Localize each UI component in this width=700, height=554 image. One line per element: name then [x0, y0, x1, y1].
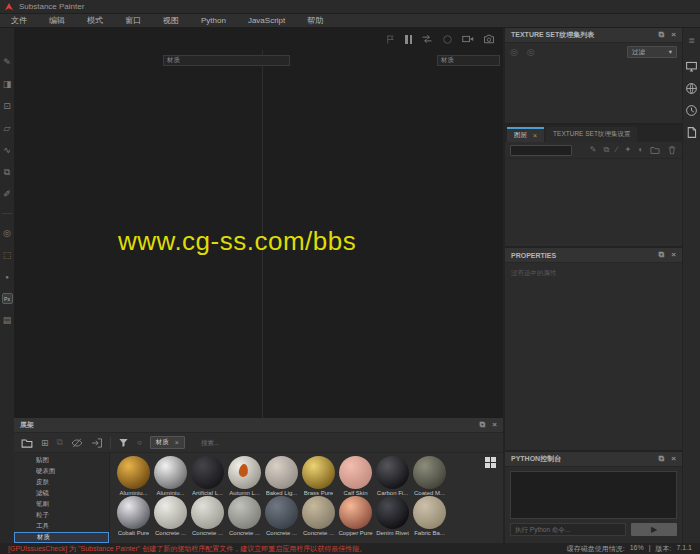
menu-item[interactable]: 视图: [152, 15, 190, 26]
shelf-category-item[interactable]: 工具: [14, 521, 109, 532]
material-item[interactable]: Concrete ...: [300, 496, 337, 536]
link-icon[interactable]: ◎: [510, 48, 518, 57]
shelf-category-item[interactable]: 笔刷: [14, 499, 109, 510]
tab-texture-set-settings[interactable]: TEXTURE SET纹理集设置: [546, 127, 637, 142]
filter-tag[interactable]: 材质 ×: [150, 436, 185, 449]
material-item[interactable]: Concrete ...: [226, 496, 263, 536]
material-item[interactable]: Aluminiu...: [115, 456, 152, 496]
material-label: Fabric Ba...: [414, 530, 445, 536]
copy-layer-icon[interactable]: ⧉: [603, 146, 609, 154]
camera-icon[interactable]: [483, 33, 495, 45]
brush-icon[interactable]: ∕: [616, 146, 617, 154]
resource-badge-icon[interactable]: ▤: [1, 314, 13, 326]
detach-panel-icon[interactable]: ⧉: [659, 31, 665, 39]
display-settings-icon[interactable]: ◎: [1, 227, 13, 239]
trash-icon[interactable]: [667, 145, 677, 155]
folder-icon[interactable]: [21, 437, 33, 449]
detach-panel-icon[interactable]: ⧉: [659, 455, 665, 463]
effect-icon[interactable]: ✦: [624, 146, 631, 154]
material-item[interactable]: Carbon Fi...: [374, 456, 411, 496]
menu-item[interactable]: 窗口: [114, 15, 152, 26]
shelf-category-item[interactable]: 材质: [14, 532, 109, 543]
material-item[interactable]: Concrete ...: [189, 496, 226, 536]
material-item[interactable]: Fabric Ba...: [411, 496, 448, 536]
detach-panel-icon[interactable]: ⧉: [659, 251, 665, 259]
menu-item[interactable]: 文件: [0, 15, 38, 26]
pause-engine-icon[interactable]: [405, 35, 412, 44]
smudge-tool[interactable]: ∿: [1, 144, 13, 156]
material-thumbnail: [228, 496, 261, 529]
environment-globe-icon[interactable]: [685, 82, 698, 95]
grid-view-icon[interactable]: [485, 457, 497, 469]
detach-panel-icon[interactable]: ⧉: [480, 421, 486, 429]
menu-item[interactable]: 帮助: [296, 15, 334, 26]
menu-item[interactable]: 模式: [76, 15, 114, 26]
title-bar: Substance Painter: [0, 0, 700, 14]
tab-layers[interactable]: 图层 ×: [507, 127, 544, 142]
polygon-fill-tool[interactable]: ▱: [1, 122, 13, 134]
view-mode-dropdown-2d[interactable]: 材质: [437, 55, 500, 66]
clone-tool[interactable]: ⧉: [1, 166, 13, 178]
remove-filter-icon[interactable]: ×: [175, 439, 179, 446]
material-item[interactable]: Concrete ...: [152, 496, 189, 536]
shelf-search-input[interactable]: [201, 439, 271, 446]
layers-tab-bar: 图层 × TEXTURE SET纹理集设置: [505, 125, 682, 142]
display-settings-icon[interactable]: [685, 60, 698, 73]
shelf-category-item[interactable]: 皮肤: [14, 477, 109, 488]
history-clock-icon[interactable]: [685, 104, 698, 117]
menu-item[interactable]: 编辑: [38, 15, 76, 26]
frame-icon[interactable]: ⬚: [1, 249, 13, 261]
close-tab-icon[interactable]: ×: [533, 132, 537, 139]
menu-item[interactable]: Python: [190, 16, 237, 25]
material-item[interactable]: Brass Pure: [300, 456, 337, 496]
material-item[interactable]: Cobalt Pure: [115, 496, 152, 536]
projection-tool[interactable]: ⊡: [1, 100, 13, 112]
texture-set-filter-dropdown[interactable]: 过滤 ▾: [627, 46, 677, 58]
pen-icon[interactable]: ✎: [590, 146, 597, 154]
menu-item[interactable]: JavaScript: [237, 16, 296, 25]
shelf-category-item[interactable]: 粒子: [14, 510, 109, 521]
panel-menu-icon[interactable]: ≣: [688, 36, 695, 45]
filter-circle-icon[interactable]: ○: [137, 438, 142, 447]
eye-off-icon[interactable]: [71, 437, 83, 449]
material-item[interactable]: Baked Lig...: [263, 456, 300, 496]
close-panel-icon[interactable]: ×: [671, 251, 676, 259]
material-item[interactable]: Aluminiu...: [152, 456, 189, 496]
material-item[interactable]: Denim Rivet: [374, 496, 411, 536]
shelf-category-item[interactable]: 贴图: [14, 455, 109, 466]
add-folder-icon[interactable]: [650, 145, 660, 155]
python-command-input[interactable]: [510, 523, 626, 536]
import-resources-icon[interactable]: [91, 437, 103, 449]
close-panel-icon[interactable]: ×: [671, 31, 676, 39]
viewport[interactable]: 材质 材质 www.cg-ss.com/bbs: [14, 28, 503, 418]
shelf-category-item[interactable]: 滤镜: [14, 488, 109, 499]
close-panel-icon[interactable]: ×: [671, 455, 676, 463]
stack-icon[interactable]: ⧉: [57, 437, 63, 448]
flag-icon[interactable]: [385, 34, 396, 45]
photoshop-export-icon[interactable]: Ps: [2, 293, 13, 304]
filter-funnel-icon[interactable]: [118, 437, 129, 448]
shelf-category-item[interactable]: 硬表面: [14, 466, 109, 477]
paint-tool[interactable]: ✎: [1, 56, 13, 68]
material-item[interactable]: Copper Pure: [337, 496, 374, 536]
log-document-icon[interactable]: [685, 126, 698, 139]
python-console-output[interactable]: [510, 471, 677, 519]
material-item[interactable]: Autumn L...: [226, 456, 263, 496]
material-item[interactable]: Coated M...: [411, 456, 448, 496]
material-sphere-icon[interactable]: [442, 34, 453, 45]
viewport-swap-icon[interactable]: [421, 33, 433, 45]
material-item[interactable]: Artificial L...: [189, 456, 226, 496]
material-item[interactable]: Concrete ...: [263, 496, 300, 536]
eraser-tool[interactable]: ◨: [1, 78, 13, 90]
add-shelf-icon[interactable]: ⊞: [41, 438, 49, 448]
material-picker-tool[interactable]: ✐: [1, 188, 13, 200]
run-python-button[interactable]: ▶: [631, 523, 677, 536]
video-camera-icon[interactable]: [462, 33, 474, 45]
material-thumbnail: [265, 496, 298, 529]
view-mode-dropdown-3d[interactable]: 材质: [163, 55, 290, 66]
layers-search-input[interactable]: [510, 145, 572, 156]
unlink-icon[interactable]: ◎: [527, 48, 535, 57]
material-item[interactable]: Calf Skin: [337, 456, 374, 496]
mask-icon[interactable]: ◐: [638, 146, 643, 154]
close-panel-icon[interactable]: ×: [492, 421, 497, 429]
